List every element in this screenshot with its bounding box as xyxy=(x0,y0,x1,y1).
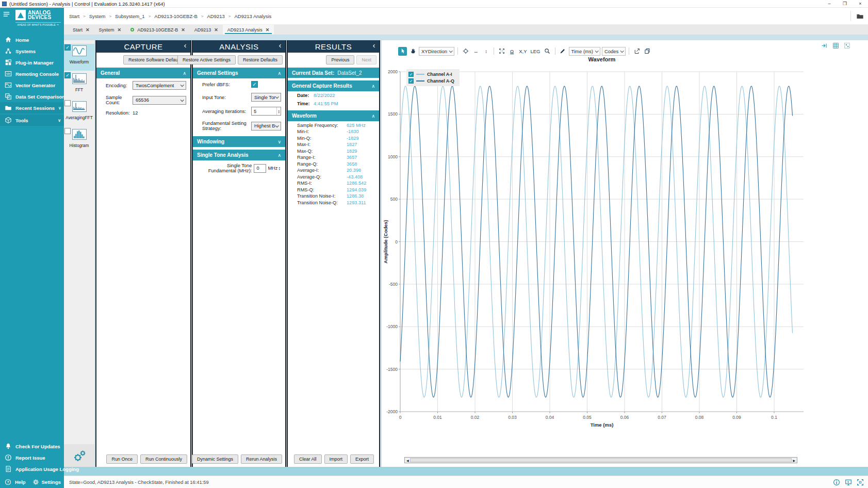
chart-horizontal-scrollbar[interactable]: ◀ ▶ xyxy=(404,457,797,463)
scroll-left-icon[interactable]: ◀ xyxy=(406,459,409,462)
collapse-results-icon[interactable]: ‹ xyxy=(373,41,376,50)
sidebar-item-application-usage-logging[interactable]: Application Usage Logging xyxy=(0,463,64,475)
status-info-button[interactable] xyxy=(833,479,840,486)
copy-plot-button[interactable] xyxy=(643,47,651,56)
encoding-dropdown[interactable]: TwosComplement xyxy=(133,81,186,90)
close-tab-icon[interactable]: ✕ xyxy=(266,27,270,32)
series-visible-checkbox[interactable]: ✓ xyxy=(408,78,414,84)
general-capture-results-section[interactable]: General Capture Results∧ xyxy=(288,80,379,91)
collapse-analysis-icon[interactable]: ‹ xyxy=(279,41,282,50)
legend-item-channel-a-i[interactable]: ✓Channel A-I xyxy=(408,71,454,77)
breadcrumb-item[interactable]: AD9213 Analysis xyxy=(234,13,271,19)
fit-horizontal-button[interactable]: ↔ xyxy=(471,47,480,56)
close-tab-icon[interactable]: ✕ xyxy=(181,27,185,32)
sidebar-item-recent-sessions[interactable]: Recent Sessions∨ xyxy=(0,102,64,113)
scroll-right-icon[interactable]: ▶ xyxy=(793,459,795,462)
breadcrumb-item[interactable]: Subsystem_1 xyxy=(115,13,145,19)
input-tone-dropdown[interactable]: Single Tone xyxy=(251,93,281,102)
capture-general-section[interactable]: General∧ xyxy=(96,68,190,78)
layout-button[interactable] xyxy=(844,42,850,49)
x-units-dropdown[interactable]: Time (ms) xyxy=(569,47,600,56)
tab-start[interactable]: Start✕ xyxy=(68,25,94,35)
fundamental-strategy-dropdown[interactable]: Highest Bin xyxy=(251,122,281,131)
series-visible-checkbox[interactable]: ✓ xyxy=(408,72,414,77)
fit-vertical-button[interactable]: ↕ xyxy=(482,47,490,56)
xy-direction-dropdown[interactable]: XYDirection xyxy=(419,47,454,56)
sidebar-item-home[interactable]: Home xyxy=(0,34,64,45)
help-button[interactable]: Help xyxy=(15,479,26,485)
run-once-button[interactable]: Run Once xyxy=(106,454,138,464)
tab-ad9213-10gebz-b[interactable]: AD9213-10GEBZ-B✕ xyxy=(126,25,190,35)
averaging-iterations-input[interactable]: 5 ▴▾ xyxy=(251,107,281,116)
annotate-button[interactable] xyxy=(559,47,567,56)
tool-settings-button[interactable] xyxy=(64,444,94,467)
next-dataset-button[interactable]: Next xyxy=(356,55,376,64)
restore-button[interactable]: ❐ xyxy=(837,1,853,6)
legend-toggle-button[interactable]: LEG xyxy=(529,47,541,56)
sidebar-item-report-issue[interactable]: Report Issue xyxy=(0,452,64,463)
import-button[interactable]: Import xyxy=(324,454,348,464)
legend-item-channel-a-q[interactable]: ✓Channel A-Q xyxy=(408,78,454,84)
averagingfft-enabled-checkbox[interactable] xyxy=(64,100,71,106)
persistence-button[interactable]: Ω xyxy=(507,47,516,56)
select-pointer-button[interactable] xyxy=(398,47,407,56)
minimize-button[interactable]: – xyxy=(822,1,837,6)
breadcrumb-item[interactable]: AD9213 xyxy=(207,13,224,19)
sidebar-item-vector-generator[interactable]: Vector Generator xyxy=(0,79,64,91)
export-button[interactable]: Export xyxy=(350,454,374,464)
previous-dataset-button[interactable]: Previous xyxy=(326,55,354,64)
prefer-dbfs-checkbox[interactable]: ✓ xyxy=(251,81,258,88)
close-tab-icon[interactable]: ✕ xyxy=(86,27,90,32)
hamburger-menu-icon[interactable] xyxy=(3,10,10,18)
sidebar-item-tools[interactable]: Tools∨ xyxy=(0,115,64,126)
tool-averagingfft[interactable]: AveragingFFT xyxy=(64,100,94,126)
breadcrumb-item[interactable]: Start xyxy=(69,13,79,19)
sidebar-item-plug-in-manager[interactable]: Plug-in Manager xyxy=(0,57,64,68)
selection-frame-button[interactable] xyxy=(857,479,864,486)
zoom-tool-button[interactable] xyxy=(543,47,552,56)
close-tab-icon[interactable]: ✕ xyxy=(118,27,122,32)
clear-all-button[interactable]: Clear All xyxy=(294,454,322,464)
single-tone-analysis-section[interactable]: Single Tone Analysis∧ xyxy=(193,150,285,160)
close-button[interactable]: × xyxy=(853,1,868,6)
breadcrumb-item[interactable]: AD9213-10GEBZ-B xyxy=(154,13,197,19)
sidebar-item-check-for-updates[interactable]: Check For Updates xyxy=(0,441,64,452)
rerun-analysis-button[interactable]: Rerun Analysis xyxy=(241,454,282,464)
sidebar-item-data-set-comparison[interactable]: Data Set Comparison xyxy=(0,91,64,102)
scrollbar-thumb[interactable] xyxy=(410,458,792,462)
close-tab-icon[interactable]: ✕ xyxy=(214,27,218,32)
grid-view-button[interactable] xyxy=(832,42,839,49)
pan-button[interactable] xyxy=(408,47,417,56)
tab-system[interactable]: System✕ xyxy=(94,25,126,35)
restore-active-settings-button[interactable]: Restore Active Settings xyxy=(177,55,236,64)
session-folder-icon[interactable] xyxy=(850,11,864,21)
export-plot-button[interactable] xyxy=(632,47,641,56)
expand-button[interactable] xyxy=(497,47,506,56)
analysis-general-settings-section[interactable]: General Settings∧ xyxy=(193,68,285,78)
run-continuously-button[interactable]: Run Continuously xyxy=(140,454,187,464)
settings-button[interactable]: Settings xyxy=(32,479,61,485)
breadcrumb-item[interactable]: System xyxy=(89,13,106,19)
collapse-panel-button[interactable] xyxy=(821,42,828,49)
xy-readout-button[interactable]: X,Y xyxy=(518,47,528,56)
tab-ad9213[interactable]: AD9213✕ xyxy=(190,25,223,35)
y-units-dropdown[interactable]: Codes xyxy=(602,47,626,56)
waveform-enabled-checkbox[interactable]: ✓ xyxy=(64,44,71,51)
fft-enabled-checkbox[interactable]: ✓ xyxy=(64,72,71,78)
dynamic-settings-button[interactable]: Dynamic Settings xyxy=(192,454,238,464)
waveform-results-section[interactable]: Waveform∧ xyxy=(288,110,379,121)
waveform-plot[interactable]: -2000-1500-1000-500050010001500200000.01… xyxy=(382,40,865,467)
tab-ad9213-analysis[interactable]: AD9213 Analysis✕ xyxy=(223,25,274,35)
autoscale-button[interactable] xyxy=(461,47,470,56)
tool-waveform[interactable]: ✓Waveform xyxy=(64,44,94,71)
restore-defaults-button[interactable]: Restore Defaults xyxy=(238,55,283,64)
sidebar-item-systems[interactable]: Systems xyxy=(0,45,64,57)
histogram-enabled-checkbox[interactable] xyxy=(64,128,71,134)
single-tone-stepper[interactable]: ▴▾ xyxy=(277,164,281,173)
collapse-capture-icon[interactable]: ‹ xyxy=(184,41,187,50)
tool-histogram[interactable]: Histogram xyxy=(64,127,94,154)
single-tone-fundamental-input[interactable]: 0 xyxy=(254,164,266,173)
tool-fft[interactable]: ✓FFT xyxy=(64,72,94,99)
sidebar-item-remoting-console[interactable]: </>Remoting Console xyxy=(0,68,64,79)
remote-display-button[interactable] xyxy=(845,479,852,486)
